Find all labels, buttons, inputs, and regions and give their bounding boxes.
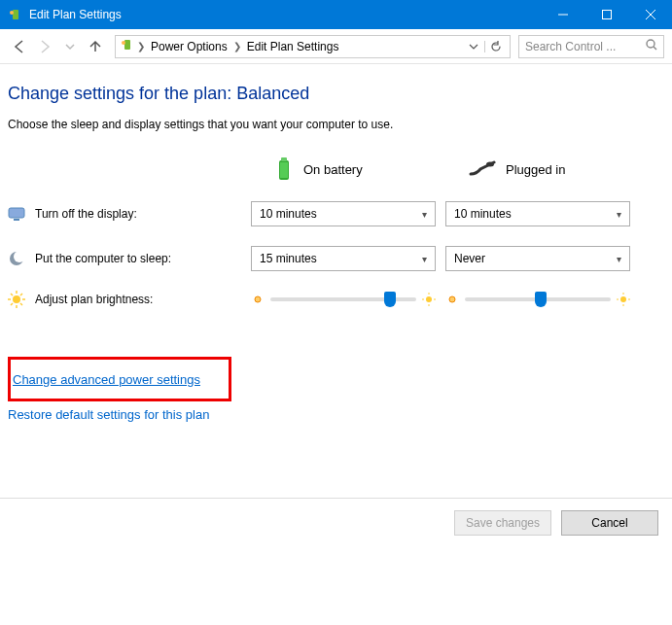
moon-icon (8, 250, 25, 267)
svg-rect-6 (124, 40, 130, 50)
chevron-down-icon: ▾ (617, 209, 621, 220)
monitor-icon (8, 205, 25, 223)
app-icon (8, 7, 23, 22)
svg-point-1 (10, 11, 14, 15)
instruction-text: Choose the sleep and display settings th… (8, 118, 664, 131)
svg-line-23 (11, 294, 13, 295)
chevron-down-icon: ▾ (422, 254, 427, 264)
close-button[interactable] (628, 0, 672, 29)
svg-point-8 (647, 40, 654, 48)
up-button[interactable] (84, 35, 107, 58)
svg-point-18 (13, 295, 20, 303)
breadcrumb-power-options[interactable]: Power Options (147, 40, 231, 53)
column-header-battery: On battery (251, 156, 445, 182)
sun-bright-icon (617, 293, 630, 306)
titlebar: Edit Plan Settings (0, 0, 672, 29)
maximize-button[interactable] (584, 0, 628, 29)
svg-point-28 (426, 296, 432, 302)
refresh-button[interactable] (484, 41, 506, 52)
save-button[interactable]: Save changes (454, 510, 551, 536)
svg-point-33 (449, 296, 455, 302)
forward-button[interactable] (33, 35, 56, 58)
row-sleep-label: Put the computer to sleep: (8, 250, 251, 267)
minimize-button[interactable] (541, 0, 584, 29)
sun-dim-icon (251, 293, 265, 306)
advanced-settings-link[interactable]: Change advanced power settings (13, 372, 200, 387)
chevron-right-icon: ❯ (231, 41, 243, 52)
svg-rect-15 (14, 219, 19, 221)
svg-rect-0 (13, 10, 18, 19)
chevron-down-icon: ▾ (617, 254, 621, 264)
search-placeholder: Search Control ... (525, 40, 616, 53)
display-plugged-dropdown[interactable]: 10 minutes▾ (445, 201, 630, 226)
svg-line-26 (20, 294, 22, 295)
highlight-box: Change advanced power settings (8, 357, 231, 401)
sun-icon (8, 291, 25, 308)
svg-rect-11 (281, 157, 287, 161)
brightness-plugged-slider[interactable] (445, 293, 630, 306)
battery-icon (274, 156, 294, 182)
svg-line-24 (20, 303, 22, 305)
svg-line-25 (11, 303, 13, 305)
restore-defaults-link[interactable]: Restore default settings for this plan (8, 407, 664, 422)
back-button[interactable] (8, 35, 31, 58)
svg-rect-12 (280, 162, 288, 178)
cancel-button[interactable]: Cancel (561, 510, 658, 536)
sleep-plugged-dropdown[interactable]: Never▾ (445, 246, 630, 271)
chevron-down-icon: ▾ (422, 209, 427, 220)
svg-point-17 (14, 251, 25, 262)
svg-point-27 (255, 296, 261, 302)
content-area: Change settings for the plan: Balanced C… (0, 64, 672, 432)
svg-point-13 (486, 162, 494, 167)
sleep-battery-dropdown[interactable]: 15 minutes▾ (251, 246, 436, 271)
svg-line-9 (654, 47, 656, 50)
row-brightness-label: Adjust plan brightness: (8, 291, 251, 308)
plug-icon (469, 160, 496, 178)
address-dropdown[interactable] (463, 42, 484, 52)
display-battery-dropdown[interactable]: 10 minutes▾ (251, 201, 436, 226)
chevron-right-icon: ❯ (135, 41, 147, 52)
column-header-plugged: Plugged in (445, 160, 640, 178)
svg-rect-3 (602, 11, 611, 19)
search-icon (646, 39, 657, 53)
recent-dropdown[interactable] (58, 35, 82, 58)
sun-bright-icon (422, 293, 436, 306)
svg-rect-14 (9, 208, 24, 218)
page-heading: Change settings for the plan: Balanced (8, 84, 664, 104)
search-input[interactable]: Search Control ... (518, 35, 664, 58)
power-plan-icon (120, 37, 135, 55)
address-bar[interactable]: ❯ Power Options ❯ Edit Plan Settings (115, 35, 511, 58)
svg-point-34 (620, 296, 626, 302)
sun-dim-icon (445, 293, 459, 306)
window-title: Edit Plan Settings (29, 8, 122, 21)
breadcrumb-edit-plan[interactable]: Edit Plan Settings (243, 40, 343, 53)
nav-toolbar: ❯ Power Options ❯ Edit Plan Settings Sea… (0, 29, 672, 64)
footer-buttons: Save changes Cancel (0, 498, 672, 547)
svg-point-7 (122, 41, 125, 45)
row-display-label: Turn off the display: (8, 205, 251, 223)
brightness-battery-slider[interactable] (251, 293, 436, 306)
